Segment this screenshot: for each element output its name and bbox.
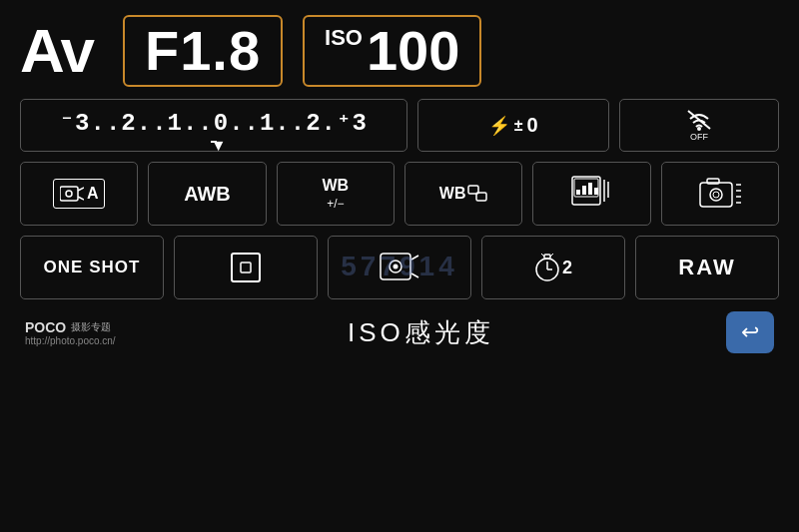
flash-comp-number: 0: [527, 114, 538, 137]
wifi-label: OFF: [690, 132, 708, 142]
iso-display: ISO 100: [303, 15, 481, 87]
af-mode-label: ONE SHOT: [44, 258, 141, 277]
iso-label-text: ISO感光度: [348, 315, 494, 350]
quality-label: RAW: [678, 255, 735, 280]
wb-shift-label: WB: [439, 185, 466, 203]
svg-line-30: [411, 273, 418, 277]
svg-rect-32: [544, 255, 550, 259]
metering-label: A: [87, 185, 99, 203]
metering-mode-box[interactable]: A: [20, 162, 138, 226]
svg-point-28: [394, 265, 399, 269]
poco-branding: POCO 摄影专题 http://photo.poco.cn/: [25, 319, 116, 346]
metering-symbol: [60, 183, 84, 205]
shooting-mode: Av: [20, 20, 93, 82]
metering-icon: A: [53, 179, 106, 209]
flash-comp-value: ±: [514, 117, 523, 135]
wb-adj-box[interactable]: WB +/−: [277, 162, 395, 226]
iso-prefix: ISO: [325, 27, 363, 49]
picture-style-icon: [571, 176, 611, 212]
timer-icon: [534, 253, 560, 282]
svg-line-29: [411, 256, 418, 260]
svg-point-18: [710, 189, 722, 201]
flash-icon: ⚡: [488, 115, 510, 137]
svg-point-19: [713, 192, 719, 198]
svg-rect-13: [594, 188, 598, 195]
af-point-icon: [228, 250, 264, 285]
af-mode-box[interactable]: ONE SHOT: [20, 236, 164, 299]
camera-screen: Av F1.8 ISO 100 ⁻3..2..1..0..1..2.⁺3 ▼ ⚡…: [0, 0, 799, 532]
svg-rect-11: [582, 186, 586, 195]
picture-style-box[interactable]: [532, 162, 650, 226]
svg-rect-25: [241, 263, 251, 272]
wifi-box[interactable]: OFF: [619, 99, 779, 152]
svg-line-5: [78, 197, 84, 200]
svg-point-3: [66, 191, 72, 197]
footer: POCO 摄影专题 http://photo.poco.cn/ ISO感光度 ↩: [20, 311, 779, 353]
aperture-display: F1.8: [123, 15, 283, 87]
drive-icon-group: 2: [534, 253, 572, 282]
live-view-icon: [380, 250, 419, 285]
creative-auto-box[interactable]: [661, 162, 779, 226]
drive-number: 2: [562, 258, 572, 278]
wifi-icon: [684, 109, 714, 131]
bottom-row: ONE SHOT: [20, 236, 779, 299]
wb-adj-bottom: +/−: [327, 197, 344, 211]
wb-adj-top: WB: [322, 177, 349, 195]
creative-auto-icon: [698, 175, 742, 213]
wb-shift-icon: [467, 185, 487, 203]
drive-mode-box[interactable]: 2: [481, 236, 625, 299]
wifi-status: OFF: [684, 109, 714, 142]
svg-rect-16: [700, 183, 732, 207]
iso-value: 100: [367, 23, 459, 79]
exposure-scale-box[interactable]: ⁻3..2..1..0..1..2.⁺3 ▼: [20, 99, 407, 152]
top-row: Av F1.8 ISO 100: [20, 15, 779, 87]
exposure-scale: ⁻3..2..1..0..1..2.⁺3: [60, 108, 368, 137]
wb-label: AWB: [184, 183, 231, 206]
poco-url: http://photo.poco.cn/: [25, 335, 116, 346]
exposure-indicator: ▼: [211, 137, 217, 143]
live-view-box[interactable]: [328, 236, 471, 299]
wb-mode-box[interactable]: AWB: [148, 162, 266, 226]
exposure-row: ⁻3..2..1..0..1..2.⁺3 ▼ ⚡ ± 0 OFF: [20, 99, 779, 152]
svg-line-4: [78, 188, 84, 191]
af-point-box[interactable]: [174, 236, 318, 299]
svg-rect-17: [707, 179, 719, 184]
wb-shift-box[interactable]: WB: [404, 162, 522, 226]
svg-rect-10: [576, 190, 580, 195]
quality-box[interactable]: RAW: [635, 236, 779, 299]
svg-rect-12: [588, 183, 592, 195]
back-icon: ↩: [741, 319, 759, 345]
poco-subtitle: 摄影专题: [71, 320, 111, 334]
svg-point-0: [697, 127, 701, 131]
svg-rect-24: [232, 254, 260, 281]
poco-top: POCO 摄影专题: [25, 319, 116, 335]
svg-rect-2: [60, 187, 78, 201]
settings-row: A AWB WB +/− WB: [20, 162, 779, 226]
back-button[interactable]: ↩: [726, 311, 774, 353]
flash-comp-box[interactable]: ⚡ ± 0: [417, 99, 610, 152]
poco-name: POCO: [25, 319, 66, 335]
